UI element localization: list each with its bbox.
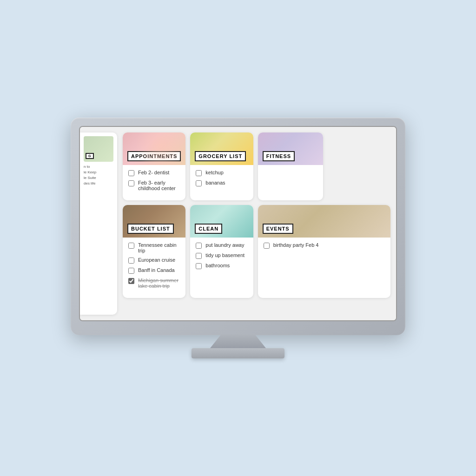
card-appointments: APPOINTMENTS Feb 2- dentist Feb 3- early… xyxy=(123,132,185,200)
screen-inner: G n to le Keep le Suite des life APPOINT… xyxy=(80,127,396,320)
bucket-label-4: Michigan summer lake cabin trip xyxy=(138,278,180,289)
appointments-label-1: Feb 2- dentist xyxy=(138,170,169,175)
list-item: Banff in Canada xyxy=(128,267,180,274)
partial-header-img: G xyxy=(84,136,113,162)
list-item: birthday party Feb 4 xyxy=(264,242,385,249)
list-item: European cruise xyxy=(128,257,180,264)
grocery-header-img: GROCERY LIST xyxy=(190,132,253,165)
list-item: put laundry away xyxy=(196,242,247,249)
events-label-1: birthday party Feb 4 xyxy=(273,242,319,248)
card-bucket: BUCKET LIST Tennessee cabin trip Europea… xyxy=(123,205,185,298)
bucket-label-2: European cruise xyxy=(138,257,175,263)
sidebar-text-1: n to xyxy=(84,165,113,169)
list-item: bananas xyxy=(196,180,247,186)
card-fitness: FITNESS xyxy=(258,132,323,200)
bucket-label-3: Banff in Canada xyxy=(138,267,175,273)
board-grid: APPOINTMENTS Feb 2- dentist Feb 3- early… xyxy=(123,132,390,298)
fitness-title: FITNESS xyxy=(263,151,295,161)
events-check-1[interactable] xyxy=(264,243,270,249)
partial-card-title: G xyxy=(86,153,94,159)
main-board-area: APPOINTMENTS Feb 2- dentist Feb 3- early… xyxy=(117,127,396,320)
grocery-label-2: bananas xyxy=(205,180,225,185)
fitness-header-img: FITNESS xyxy=(258,132,323,165)
bucket-header-img: BUCKET LIST xyxy=(123,205,185,238)
monitor-base xyxy=(192,348,284,358)
card-events: EVENTS birthday party Feb 4 xyxy=(258,205,390,298)
grocery-check-2[interactable] xyxy=(196,180,202,186)
grocery-label-1: ketchup xyxy=(205,170,224,175)
clean-check-3[interactable] xyxy=(196,263,202,269)
card-clean: CLEAN put laundry away tidy up basement xyxy=(190,205,253,298)
monitor-body: G n to le Keep le Suite des life APPOINT… xyxy=(71,118,405,335)
list-item: Michigan summer lake cabin trip xyxy=(128,278,180,289)
clean-body: put laundry away tidy up basement bathro… xyxy=(190,238,253,278)
list-item: ketchup xyxy=(196,170,247,176)
bucket-body: Tennessee cabin trip European cruise Ban… xyxy=(123,238,185,298)
appointments-label-2: Feb 3- early childhood center xyxy=(138,180,180,191)
clean-title: CLEAN xyxy=(195,224,222,234)
clean-label-2: tidy up basement xyxy=(205,252,245,258)
bucket-check-3[interactable] xyxy=(128,268,134,274)
clean-label-3: bathrooms xyxy=(205,263,230,268)
appointments-check-2[interactable] xyxy=(128,180,134,186)
list-item: Feb 2- dentist xyxy=(128,170,180,176)
events-header-img: EVENTS xyxy=(258,205,390,238)
appointments-body: Feb 2- dentist Feb 3- early childhood ce… xyxy=(123,165,185,200)
list-item: Feb 3- early childhood center xyxy=(128,180,180,191)
appointments-header-img: APPOINTMENTS xyxy=(123,132,185,165)
bucket-check-1[interactable] xyxy=(128,243,134,249)
clean-header-img: CLEAN xyxy=(190,205,253,238)
appointments-title: APPOINTMENTS xyxy=(127,151,181,161)
bucket-check-2[interactable] xyxy=(128,258,134,264)
appointments-check-1[interactable] xyxy=(128,170,134,176)
monitor-neck xyxy=(210,334,266,348)
bucket-check-4[interactable] xyxy=(128,278,134,284)
sidebar-text-3: le Suite xyxy=(84,176,113,180)
sidebar-partial-card: G n to le Keep le Suite des life xyxy=(80,132,117,315)
clean-check-2[interactable] xyxy=(196,253,202,259)
events-body: birthday party Feb 4 xyxy=(258,238,390,258)
grocery-title: GROCERY LIST xyxy=(195,151,246,161)
bucket-label-1: Tennessee cabin trip xyxy=(138,242,180,253)
bucket-title: BUCKET LIST xyxy=(127,224,174,234)
monitor-screen: G n to le Keep le Suite des life APPOINT… xyxy=(79,126,397,321)
clean-label-1: put laundry away xyxy=(205,242,244,248)
sidebar-text-2: le Keep xyxy=(84,170,113,174)
clean-check-1[interactable] xyxy=(196,243,202,249)
card-grocery: GROCERY LIST ketchup bananas xyxy=(190,132,253,200)
list-item: bathrooms xyxy=(196,263,247,269)
list-item: Tennessee cabin trip xyxy=(128,242,180,253)
monitor-wrapper: G n to le Keep le Suite des life APPOINT… xyxy=(71,118,405,358)
grocery-check-1[interactable] xyxy=(196,170,202,176)
list-item: tidy up basement xyxy=(196,252,247,259)
grocery-body: ketchup bananas xyxy=(190,165,253,196)
events-title: EVENTS xyxy=(263,224,293,234)
sidebar-text-4: des life xyxy=(84,181,113,185)
